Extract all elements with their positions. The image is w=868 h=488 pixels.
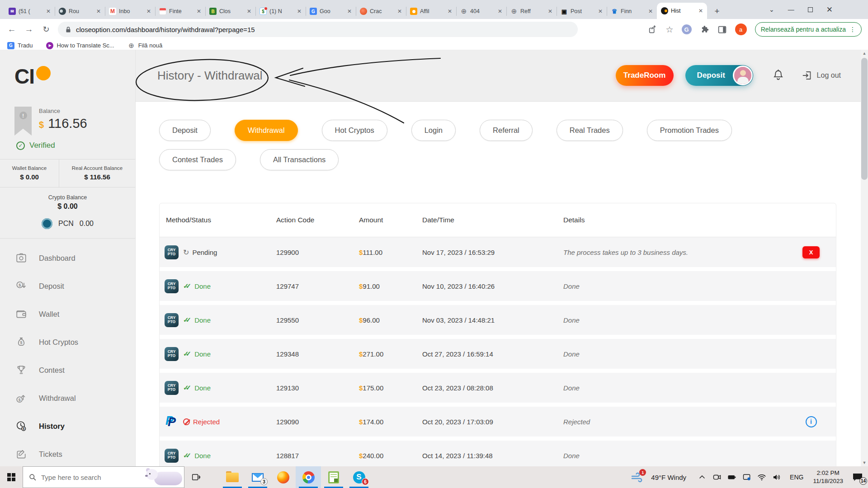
tab-close-icon[interactable]: ✕ bbox=[195, 8, 203, 14]
weather-text[interactable]: 49°F Windy bbox=[651, 474, 686, 481]
tab-close-icon[interactable]: ✕ bbox=[45, 8, 52, 14]
sidebar-item-withdrawal[interactable]: $ Withdrawal bbox=[0, 384, 135, 412]
tab-close-icon[interactable]: ✕ bbox=[245, 8, 253, 14]
traderoom-button[interactable]: TradeRoom bbox=[616, 65, 674, 86]
tab-close-icon[interactable]: ✕ bbox=[346, 8, 353, 14]
mail-app-button[interactable]: 3 bbox=[245, 466, 270, 488]
filter-hot-cryptos[interactable]: Hot Cryptos bbox=[322, 120, 387, 141]
filter-referral[interactable]: Referral bbox=[480, 120, 533, 141]
pen-touch-icon[interactable] bbox=[742, 473, 751, 482]
chrome-button[interactable] bbox=[296, 466, 321, 488]
bookmark-item[interactable]: ⊕Filă nouă bbox=[128, 42, 162, 49]
skype-button[interactable]: S6 bbox=[346, 466, 372, 488]
battery-icon[interactable] bbox=[727, 473, 736, 482]
tab-close-icon[interactable]: ✕ bbox=[647, 8, 654, 14]
search-input[interactable] bbox=[41, 474, 132, 481]
tray-chevron-up-icon[interactable] bbox=[698, 473, 707, 482]
sidebar-item-wallet[interactable]: Wallet bbox=[0, 300, 135, 328]
sidebar-item-dashboard[interactable]: Dashboard bbox=[0, 244, 135, 272]
scroll-up-icon[interactable]: ▲ bbox=[861, 50, 868, 57]
forward-icon[interactable]: → bbox=[24, 24, 34, 34]
tab-close-icon[interactable]: ✕ bbox=[145, 8, 152, 14]
wifi-icon[interactable] bbox=[757, 473, 766, 482]
tab-close-icon[interactable]: ✕ bbox=[296, 8, 303, 14]
closeoption-logo[interactable]: CI bbox=[0, 50, 135, 89]
filter-promotion-trades[interactable]: Promotion Trades bbox=[647, 120, 732, 141]
filter-deposit[interactable]: Deposit bbox=[159, 120, 211, 141]
deposit-button[interactable]: Deposit bbox=[685, 65, 753, 86]
browser-tab[interactable]: ✉(51 (✕ bbox=[5, 4, 55, 19]
browser-tab[interactable]: Finte✕ bbox=[155, 4, 205, 19]
browser-tab[interactable]: BClos✕ bbox=[205, 4, 255, 19]
browser-tab[interactable]: Crac✕ bbox=[356, 4, 406, 19]
sidebar: CI ! Balance $ 116.56 ✓ Verified bbox=[0, 50, 136, 466]
info-button[interactable]: i bbox=[806, 416, 817, 427]
browser-tab-active[interactable]: Hist✕ bbox=[657, 3, 707, 19]
address-bar[interactable]: closeoption.com/dashboard/history/withdr… bbox=[58, 22, 578, 37]
scrollbar-thumb[interactable] bbox=[861, 58, 868, 180]
maximize-icon[interactable] bbox=[808, 7, 813, 12]
sidebar-item-hot-cryptos[interactable]: $ Hot Cryptos bbox=[0, 328, 135, 356]
status-label: Done bbox=[194, 282, 211, 290]
tab-close-icon[interactable]: ✕ bbox=[496, 8, 504, 14]
libreoffice-calc-button[interactable] bbox=[321, 466, 346, 488]
browser-tab[interactable]: MInbo✕ bbox=[105, 4, 155, 19]
meet-now-camera-icon[interactable] bbox=[712, 473, 722, 482]
start-button[interactable] bbox=[0, 466, 23, 488]
tab-close-icon[interactable]: ✕ bbox=[597, 8, 604, 14]
sidebar-item-history[interactable]: $ History bbox=[0, 412, 135, 440]
firefox-button[interactable] bbox=[270, 466, 296, 488]
filter-login[interactable]: Login bbox=[411, 120, 456, 141]
tab-close-icon[interactable]: ✕ bbox=[547, 8, 554, 14]
browser-tab[interactable]: $(1) N✕ bbox=[255, 4, 306, 19]
bookmark-star-icon[interactable]: ☆ bbox=[666, 24, 674, 35]
vertical-scrollbar[interactable]: ▲ ▼ bbox=[861, 50, 868, 466]
tab-close-icon[interactable]: ✕ bbox=[396, 8, 403, 14]
browser-tab[interactable]: Rou✕ bbox=[55, 4, 105, 19]
sidebar-item-tickets[interactable]: Tickets bbox=[0, 440, 135, 466]
relaunch-to-update-button[interactable]: Relansează pentru a actualiza ⋮ bbox=[755, 22, 862, 37]
share-icon[interactable] bbox=[648, 24, 658, 34]
logout-button[interactable]: Log out bbox=[802, 70, 841, 81]
browser-tab[interactable]: Affil✕ bbox=[406, 4, 456, 19]
profile-avatar[interactable]: a bbox=[735, 23, 747, 35]
tab-close-icon[interactable]: ✕ bbox=[95, 8, 102, 14]
speaker-icon[interactable] bbox=[772, 473, 781, 482]
browser-tab[interactable]: GGoo✕ bbox=[306, 4, 356, 19]
notifications-bell-icon[interactable] bbox=[772, 69, 784, 83]
weather-wind-icon[interactable]: 1 bbox=[631, 470, 644, 484]
bookmark-item[interactable]: GTradu bbox=[7, 42, 33, 49]
filter-real-trades[interactable]: Real Trades bbox=[557, 120, 623, 141]
taskbar-search[interactable] bbox=[23, 466, 184, 488]
browser-tab[interactable]: ▣Post✕ bbox=[557, 4, 607, 19]
cancel-withdrawal-button[interactable]: X bbox=[802, 246, 820, 258]
action-center-button[interactable]: 14 bbox=[850, 469, 865, 485]
side-panel-icon[interactable] bbox=[717, 25, 727, 34]
user-avatar[interactable] bbox=[733, 66, 753, 85]
sidebar-item-contest[interactable]: Contest bbox=[0, 356, 135, 384]
language-indicator[interactable]: ENG bbox=[790, 474, 803, 481]
browser-tab[interactable]: ♛Finn✕ bbox=[607, 4, 657, 19]
taskbar-clock[interactable]: 2:02 PM 11/18/2023 bbox=[813, 469, 843, 485]
chrome-menu-icon[interactable]: ⋮ bbox=[849, 26, 856, 33]
new-tab-button[interactable]: + bbox=[711, 5, 723, 18]
tab-search-chevron-icon[interactable]: ⌄ bbox=[769, 6, 774, 13]
tab-close-icon[interactable]: ✕ bbox=[446, 8, 453, 14]
minimize-icon[interactable]: — bbox=[788, 6, 794, 13]
bookmark-item[interactable]: ▶How to Translate Sc... bbox=[46, 42, 114, 49]
extensions-puzzle-icon[interactable] bbox=[700, 25, 709, 34]
sidebar-item-deposit[interactable]: $ Deposit bbox=[0, 272, 135, 300]
tab-close-icon[interactable]: ✕ bbox=[697, 8, 704, 14]
task-view-button[interactable] bbox=[184, 466, 207, 488]
browser-tab[interactable]: ⊕404✕ bbox=[456, 4, 506, 19]
close-window-icon[interactable]: ✕ bbox=[826, 5, 833, 14]
filter-contest-trades[interactable]: Contest Trades bbox=[159, 149, 236, 170]
file-explorer-button[interactable] bbox=[220, 466, 245, 488]
reload-icon[interactable]: ↻ bbox=[41, 24, 52, 34]
scroll-down-icon[interactable]: ▼ bbox=[861, 459, 868, 466]
back-icon[interactable]: ← bbox=[6, 24, 17, 34]
grammarly-extension-icon[interactable]: G bbox=[682, 24, 692, 34]
browser-tab[interactable]: ⊕Reff✕ bbox=[506, 4, 557, 19]
filter-all-transactions[interactable]: All Transactions bbox=[260, 149, 339, 170]
filter-withdrawal-active[interactable]: Withdrawal bbox=[235, 120, 298, 141]
